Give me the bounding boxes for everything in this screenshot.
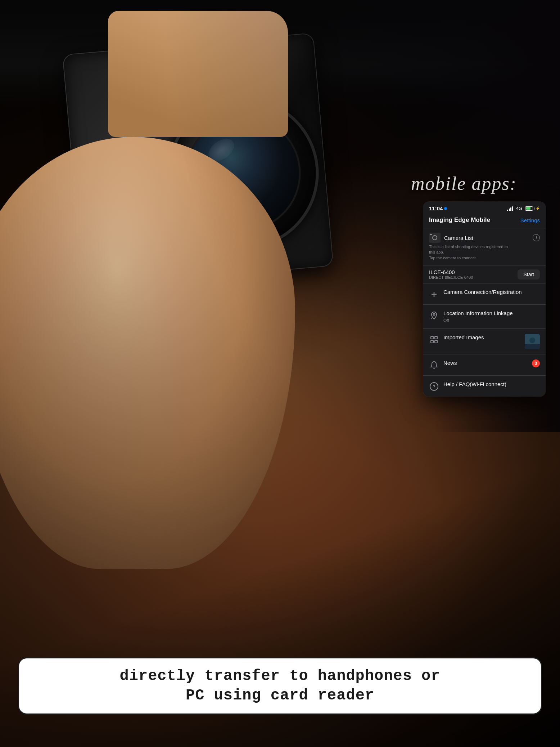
menu-content-camera-connection: Camera Connection/Registration [443, 288, 540, 296]
svg-point-8 [529, 337, 535, 343]
camera-desc-line1: This is a list of shooting devices regis… [429, 245, 508, 249]
grid-icon [429, 335, 439, 345]
phone-ui-card: 11:04 4G ⚡ Imaging Edge Mobile Settings [423, 202, 546, 397]
camera-lens-indicator [432, 235, 437, 240]
mobile-apps-label: mobile apps: [411, 173, 517, 194]
camera-device-info: ILCE-6400 DIRECT-t9E1:ILCE-6400 [429, 269, 473, 279]
camera-list-label: Camera List [444, 235, 473, 241]
menu-item-news[interactable]: News 3 [423, 354, 546, 376]
menu-label-camera-connection: Camera Connection/Registration [443, 288, 540, 296]
menu-item-location[interactable]: Location Information Linkage Off [423, 305, 546, 329]
time-label: 11:04 [429, 205, 443, 211]
menu-item-imported-images[interactable]: Imported Images [423, 329, 546, 354]
menu-content-location: Location Information Linkage Off [443, 310, 540, 323]
svg-rect-6 [435, 340, 437, 343]
imported-thumb-inner [525, 334, 540, 349]
status-dot [444, 207, 447, 210]
battery-icon: ⚡ [525, 206, 540, 211]
camera-device-id: DIRECT-t9E1:ILCE-6400 [429, 275, 473, 279]
camera-desc-line2: this app. [429, 250, 444, 254]
signal-bar-1 [507, 210, 508, 211]
svg-rect-4 [435, 336, 437, 339]
info-button[interactable]: i [533, 234, 540, 241]
menu-sublabel-location: Off [443, 318, 540, 324]
status-bar: 11:04 4G ⚡ [423, 202, 546, 214]
battery-body [525, 206, 533, 211]
app-title: Imaging Edge Mobile [429, 216, 490, 224]
battery-fill [526, 207, 531, 210]
menu-label-imported-images: Imported Images [443, 334, 520, 341]
menu-item-camera-connection[interactable]: Camera Connection/Registration [423, 283, 546, 305]
help-circle: ? [430, 382, 438, 391]
signal-bars [507, 206, 513, 211]
status-time: 11:04 [429, 205, 447, 211]
bottom-text-content: directly transfer to handphones or PC us… [30, 666, 530, 706]
hand-silhouette [108, 11, 288, 137]
menu-label-news: News [443, 359, 528, 367]
camera-flash-indicator [430, 234, 432, 235]
signal-bar-2 [509, 209, 510, 211]
menu-content-help: Help / FAQ(Wi-Fi connect) [443, 381, 540, 388]
menu-content-news: News [443, 359, 528, 367]
plus-icon [429, 289, 439, 299]
news-badge-container: 3 [532, 359, 540, 367]
hijab [0, 180, 306, 684]
status-icons: 4G ⚡ [507, 206, 540, 211]
imported-images-thumbnail [525, 334, 540, 349]
imported-images-thumbnail-action [525, 334, 540, 349]
signal-bar-4 [512, 206, 513, 211]
question-icon: ? [429, 381, 439, 392]
svg-rect-9 [525, 344, 540, 349]
camera-list-title: Camera List [429, 233, 473, 243]
bottom-text-banner: directly transfer to handphones or PC us… [18, 657, 542, 715]
svg-rect-3 [431, 336, 433, 339]
camera-list-icon [429, 233, 441, 243]
charging-icon: ⚡ [536, 206, 540, 210]
menu-content-imported-images: Imported Images [443, 334, 520, 341]
camera-list-title-row: Camera List i [429, 233, 540, 243]
menu-label-help: Help / FAQ(Wi-Fi connect) [443, 381, 540, 388]
bottom-line-1: directly transfer to handphones or [120, 667, 441, 685]
menu-item-help[interactable]: ? Help / FAQ(Wi-Fi connect) [423, 376, 546, 397]
camera-device-row[interactable]: ILCE-6400 DIRECT-t9E1:ILCE-6400 Start [423, 265, 546, 283]
bell-icon [429, 360, 439, 370]
news-badge: 3 [532, 359, 540, 367]
signal-bar-3 [510, 207, 511, 211]
svg-point-2 [433, 314, 435, 316]
location-icon [429, 310, 439, 321]
camera-desc-line3: Tap the camera to connect. [429, 256, 477, 260]
camera-device-name: ILCE-6400 [429, 269, 473, 275]
camera-list-desc: This is a list of shooting devices regis… [429, 244, 540, 261]
settings-button[interactable]: Settings [520, 217, 540, 223]
app-header: Imaging Edge Mobile Settings [423, 214, 546, 228]
svg-rect-5 [431, 340, 433, 343]
bottom-line-2: PC using card reader [186, 687, 374, 704]
battery-tip [534, 207, 534, 210]
menu-label-location: Location Information Linkage [443, 310, 540, 317]
camera-list-section: Camera List i This is a list of shooting… [423, 228, 546, 265]
network-label: 4G [516, 206, 522, 211]
start-button[interactable]: Start [518, 269, 540, 279]
